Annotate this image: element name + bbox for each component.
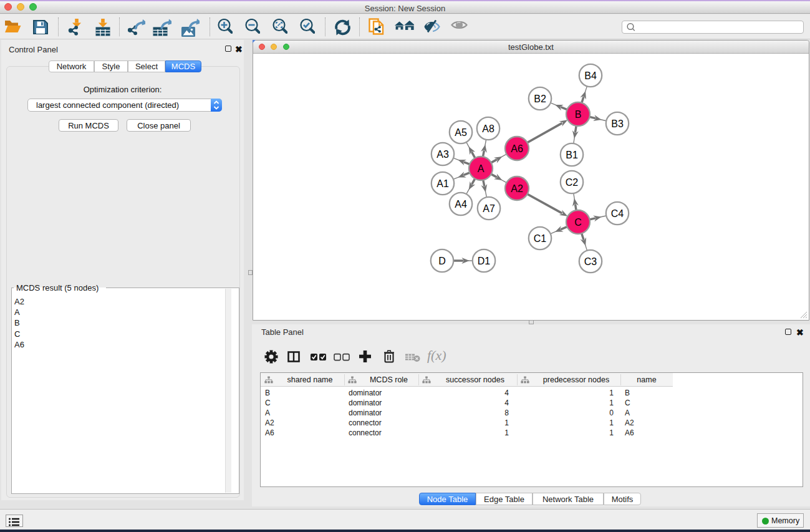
- svg-text:B4: B4: [584, 70, 597, 81]
- svg-text:C4: C4: [611, 208, 624, 219]
- svg-text:B2: B2: [534, 94, 546, 104]
- svg-text:A5: A5: [455, 127, 467, 138]
- svg-text:C1: C1: [534, 233, 547, 244]
- svg-text:A7: A7: [483, 203, 495, 214]
- svg-text:C3: C3: [584, 256, 597, 267]
- svg-text:B3: B3: [611, 118, 624, 129]
- svg-text:C2: C2: [566, 177, 579, 188]
- svg-text:A3: A3: [436, 149, 449, 160]
- svg-text:A4: A4: [455, 199, 467, 210]
- svg-text:A2: A2: [511, 183, 523, 194]
- svg-text:B1: B1: [566, 150, 578, 160]
- svg-text:D1: D1: [478, 256, 491, 266]
- svg-text:D: D: [438, 256, 446, 266]
- svg-text:A1: A1: [436, 178, 449, 189]
- svg-text:A: A: [478, 163, 485, 174]
- svg-text:A8: A8: [482, 123, 494, 134]
- svg-text:C: C: [574, 217, 582, 228]
- svg-text:B: B: [575, 109, 582, 120]
- svg-text:A6: A6: [511, 143, 523, 154]
